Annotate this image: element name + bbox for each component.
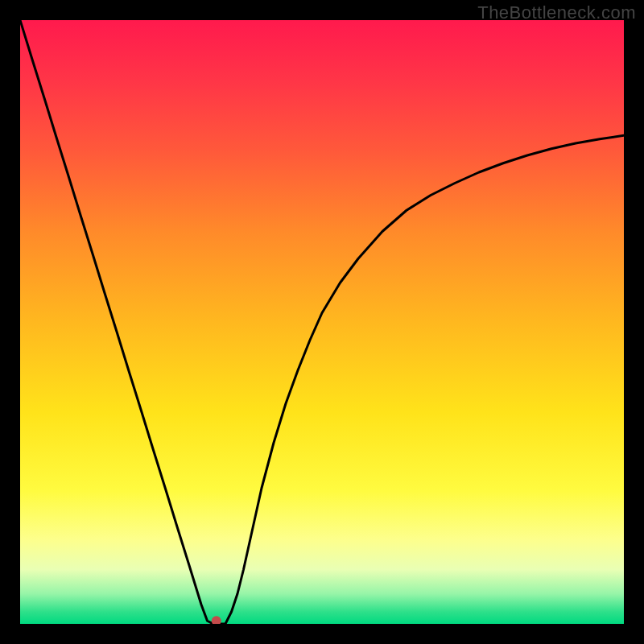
chart-frame: TheBottleneck.com (0, 0, 644, 644)
chart-svg (20, 20, 624, 624)
watermark-text: TheBottleneck.com (477, 2, 636, 23)
gradient-bg (20, 20, 624, 624)
plot-area (20, 20, 624, 624)
